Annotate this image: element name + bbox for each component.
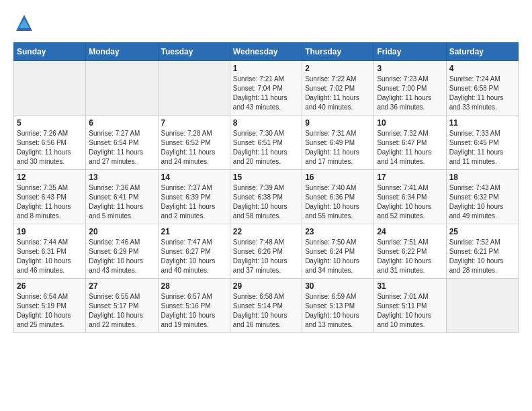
day-number: 20: [89, 227, 154, 236]
calendar-cell: [86, 61, 158, 116]
calendar-cell: 11Sunrise: 7:33 AM Sunset: 6:45 PM Dayli…: [446, 116, 518, 170]
calendar-week-3: 12Sunrise: 7:35 AM Sunset: 6:43 PM Dayli…: [14, 170, 519, 224]
day-info: Sunrise: 7:31 AM Sunset: 6:49 PM Dayligh…: [305, 129, 371, 167]
day-number: 6: [89, 118, 154, 128]
day-number: 1: [233, 64, 299, 73]
day-info: Sunrise: 7:23 AM Sunset: 7:00 PM Dayligh…: [377, 75, 443, 112]
day-number: 14: [161, 173, 227, 182]
calendar-cell: 31Sunrise: 7:01 AM Sunset: 5:11 PM Dayli…: [374, 279, 446, 333]
calendar-cell: 20Sunrise: 7:46 AM Sunset: 6:29 PM Dayli…: [86, 224, 158, 279]
calendar-cell: [446, 279, 518, 333]
day-info: Sunrise: 7:22 AM Sunset: 7:02 PM Dayligh…: [305, 75, 371, 112]
calendar-cell: 29Sunrise: 6:58 AM Sunset: 5:14 PM Dayli…: [230, 279, 302, 333]
calendar-body: 1Sunrise: 7:21 AM Sunset: 7:04 PM Daylig…: [14, 61, 519, 333]
day-number: 23: [305, 227, 371, 236]
calendar-table: SundayMondayTuesdayWednesdayThursdayFrid…: [13, 42, 519, 333]
day-info: Sunrise: 7:26 AM Sunset: 6:56 PM Dayligh…: [17, 129, 83, 167]
calendar-week-1: 1Sunrise: 7:21 AM Sunset: 7:04 PM Daylig…: [14, 61, 519, 116]
day-number: 9: [305, 118, 371, 128]
day-number: 31: [377, 281, 443, 291]
calendar-cell: 7Sunrise: 7:28 AM Sunset: 6:52 PM Daylig…: [158, 116, 230, 170]
day-number: 21: [161, 227, 227, 236]
day-info: Sunrise: 7:52 AM Sunset: 6:21 PM Dayligh…: [449, 238, 515, 275]
day-number: 15: [233, 173, 299, 182]
day-info: Sunrise: 7:30 AM Sunset: 6:51 PM Dayligh…: [233, 129, 299, 167]
calendar-cell: 6Sunrise: 7:27 AM Sunset: 6:54 PM Daylig…: [86, 116, 158, 170]
day-info: Sunrise: 6:54 AM Sunset: 5:19 PM Dayligh…: [17, 292, 83, 330]
calendar-header-sunday: Sunday: [14, 43, 86, 61]
calendar-cell: 14Sunrise: 7:37 AM Sunset: 6:39 PM Dayli…: [158, 170, 230, 224]
calendar-week-2: 5Sunrise: 7:26 AM Sunset: 6:56 PM Daylig…: [14, 116, 519, 170]
calendar-cell: 21Sunrise: 7:47 AM Sunset: 6:27 PM Dayli…: [158, 224, 230, 279]
day-number: 29: [233, 281, 299, 291]
calendar-cell: 24Sunrise: 7:51 AM Sunset: 6:22 PM Dayli…: [374, 224, 446, 279]
day-info: Sunrise: 7:44 AM Sunset: 6:31 PM Dayligh…: [17, 238, 83, 275]
logo-icon: [15, 13, 34, 32]
calendar-cell: 26Sunrise: 6:54 AM Sunset: 5:19 PM Dayli…: [14, 279, 86, 333]
day-number: 28: [161, 281, 227, 291]
day-info: Sunrise: 7:41 AM Sunset: 6:34 PM Dayligh…: [377, 183, 443, 221]
day-info: Sunrise: 6:55 AM Sunset: 5:17 PM Dayligh…: [89, 292, 154, 330]
calendar-header-wednesday: Wednesday: [230, 43, 302, 61]
calendar-header-row: SundayMondayTuesdayWednesdayThursdayFrid…: [14, 43, 519, 61]
day-number: 12: [17, 173, 83, 182]
calendar-week-4: 19Sunrise: 7:44 AM Sunset: 6:31 PM Dayli…: [14, 224, 519, 279]
day-number: 4: [449, 64, 515, 73]
logo: [13, 13, 34, 36]
calendar-cell: 30Sunrise: 6:59 AM Sunset: 5:13 PM Dayli…: [302, 279, 374, 333]
calendar-cell: 9Sunrise: 7:31 AM Sunset: 6:49 PM Daylig…: [302, 116, 374, 170]
calendar-cell: 8Sunrise: 7:30 AM Sunset: 6:51 PM Daylig…: [230, 116, 302, 170]
day-number: 30: [305, 281, 371, 291]
calendar-cell: 2Sunrise: 7:22 AM Sunset: 7:02 PM Daylig…: [302, 61, 374, 116]
day-info: Sunrise: 7:39 AM Sunset: 6:38 PM Dayligh…: [233, 183, 299, 221]
day-info: Sunrise: 7:36 AM Sunset: 6:41 PM Dayligh…: [89, 183, 154, 221]
day-number: 22: [233, 227, 299, 236]
calendar-cell: 4Sunrise: 7:24 AM Sunset: 6:58 PM Daylig…: [446, 61, 518, 116]
day-number: 13: [89, 173, 154, 182]
calendar-cell: 17Sunrise: 7:41 AM Sunset: 6:34 PM Dayli…: [374, 170, 446, 224]
calendar-cell: 12Sunrise: 7:35 AM Sunset: 6:43 PM Dayli…: [14, 170, 86, 224]
calendar-header-friday: Friday: [374, 43, 446, 61]
day-info: Sunrise: 7:48 AM Sunset: 6:26 PM Dayligh…: [233, 238, 299, 275]
calendar-cell: [14, 61, 86, 116]
calendar-cell: 27Sunrise: 6:55 AM Sunset: 5:17 PM Dayli…: [86, 279, 158, 333]
calendar-cell: 25Sunrise: 7:52 AM Sunset: 6:21 PM Dayli…: [446, 224, 518, 279]
day-info: Sunrise: 7:21 AM Sunset: 7:04 PM Dayligh…: [233, 75, 299, 112]
day-number: 3: [377, 64, 443, 73]
calendar-cell: 23Sunrise: 7:50 AM Sunset: 6:24 PM Dayli…: [302, 224, 374, 279]
calendar-header-thursday: Thursday: [302, 43, 374, 61]
calendar-cell: 13Sunrise: 7:36 AM Sunset: 6:41 PM Dayli…: [86, 170, 158, 224]
day-number: 11: [449, 118, 515, 128]
calendar-cell: 18Sunrise: 7:43 AM Sunset: 6:32 PM Dayli…: [446, 170, 518, 224]
day-info: Sunrise: 6:58 AM Sunset: 5:14 PM Dayligh…: [233, 292, 299, 330]
calendar-cell: 19Sunrise: 7:44 AM Sunset: 6:31 PM Dayli…: [14, 224, 86, 279]
calendar-cell: 10Sunrise: 7:32 AM Sunset: 6:47 PM Dayli…: [374, 116, 446, 170]
calendar-cell: 16Sunrise: 7:40 AM Sunset: 6:36 PM Dayli…: [302, 170, 374, 224]
day-number: 8: [233, 118, 299, 128]
calendar-cell: 3Sunrise: 7:23 AM Sunset: 7:00 PM Daylig…: [374, 61, 446, 116]
day-number: 24: [377, 227, 443, 236]
day-info: Sunrise: 7:35 AM Sunset: 6:43 PM Dayligh…: [17, 183, 83, 221]
calendar-cell: 28Sunrise: 6:57 AM Sunset: 5:16 PM Dayli…: [158, 279, 230, 333]
day-number: 10: [377, 118, 443, 128]
day-number: 17: [377, 173, 443, 182]
day-number: 27: [89, 281, 154, 291]
day-info: Sunrise: 7:27 AM Sunset: 6:54 PM Dayligh…: [89, 129, 154, 167]
calendar-cell: 5Sunrise: 7:26 AM Sunset: 6:56 PM Daylig…: [14, 116, 86, 170]
day-number: 7: [161, 118, 227, 128]
page-header: [13, 13, 519, 36]
calendar-header-saturday: Saturday: [446, 43, 518, 61]
calendar-header-monday: Monday: [86, 43, 158, 61]
calendar-cell: [158, 61, 230, 116]
calendar-cell: 1Sunrise: 7:21 AM Sunset: 7:04 PM Daylig…: [230, 61, 302, 116]
day-info: Sunrise: 7:47 AM Sunset: 6:27 PM Dayligh…: [161, 238, 227, 275]
calendar-week-5: 26Sunrise: 6:54 AM Sunset: 5:19 PM Dayli…: [14, 279, 519, 333]
day-info: Sunrise: 7:43 AM Sunset: 6:32 PM Dayligh…: [449, 183, 515, 221]
calendar-cell: 22Sunrise: 7:48 AM Sunset: 6:26 PM Dayli…: [230, 224, 302, 279]
day-info: Sunrise: 7:46 AM Sunset: 6:29 PM Dayligh…: [89, 238, 154, 275]
day-number: 16: [305, 173, 371, 182]
day-info: Sunrise: 6:59 AM Sunset: 5:13 PM Dayligh…: [305, 292, 371, 330]
day-info: Sunrise: 7:33 AM Sunset: 6:45 PM Dayligh…: [449, 129, 515, 167]
day-info: Sunrise: 7:50 AM Sunset: 6:24 PM Dayligh…: [305, 238, 371, 275]
day-info: Sunrise: 7:24 AM Sunset: 6:58 PM Dayligh…: [449, 75, 515, 112]
